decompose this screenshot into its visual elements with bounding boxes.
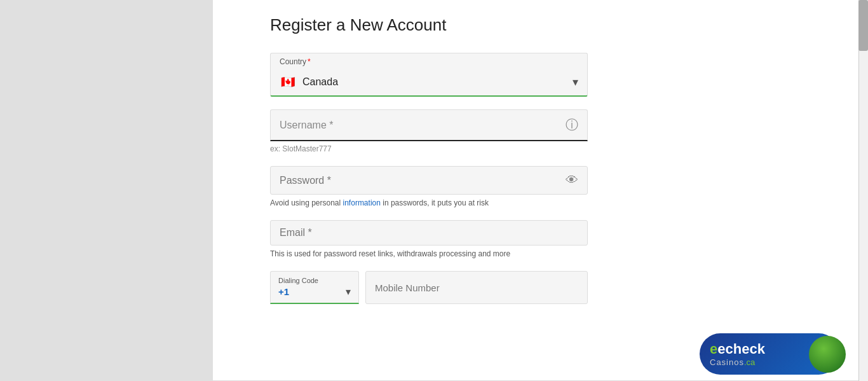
phone-row: Dialing Code +1 ▾: [270, 271, 588, 304]
main-content: Register a New Account Country* 🇨🇦 Canad…: [213, 0, 858, 381]
password-hint: Avoid using personal information in pass…: [270, 198, 588, 207]
echeck-e-part: e: [710, 341, 717, 357]
username-hint: ex: SlotMaster777: [270, 144, 588, 153]
scrollbar-track: [858, 0, 868, 381]
username-input-wrapper: ⓘ: [270, 109, 588, 141]
scrollbar-thumb[interactable]: [858, 0, 868, 51]
password-field-group: 👁 Avoid using personal information in pa…: [270, 166, 588, 207]
password-toggle-icon[interactable]: 👁: [566, 173, 578, 188]
username-input[interactable]: [280, 120, 566, 131]
email-input[interactable]: [280, 227, 578, 239]
password-input[interactable]: [280, 175, 566, 186]
country-select-container: Country* 🇨🇦 Canada ▾: [270, 53, 588, 97]
dialing-code-value: +1: [278, 286, 289, 297]
dialing-code-dropdown[interactable]: Dialing Code +1 ▾: [270, 271, 359, 304]
casinos-text: Casinos: [710, 357, 744, 367]
dialing-code-label: Dialing Code: [278, 277, 351, 284]
mobile-number-input[interactable]: [375, 282, 578, 293]
email-field-group: This is used for password reset links, w…: [270, 220, 588, 258]
country-label: Country*: [280, 57, 578, 66]
email-input-wrapper: [270, 220, 588, 246]
username-field-group: ⓘ ex: SlotMaster777: [270, 109, 588, 153]
canada-flag-icon: 🇨🇦: [280, 76, 296, 88]
page-title: Register a New Account: [270, 15, 833, 35]
password-input-wrapper: 👁: [270, 166, 588, 195]
echeck-ball-icon: [809, 336, 846, 373]
country-value: Canada: [302, 76, 338, 88]
right-panel: [858, 0, 868, 381]
dialing-dropdown-arrow-icon: ▾: [346, 286, 351, 298]
email-hint: This is used for password reset links, w…: [270, 249, 588, 258]
country-dropdown-arrow-icon: ▾: [573, 75, 578, 89]
mobile-input-wrapper: [365, 271, 588, 304]
country-dropdown[interactable]: 🇨🇦 Canada ▾: [270, 69, 588, 97]
echeck-check-part: echeck: [717, 341, 765, 357]
echeck-logo: e echeck Casinos .ca: [700, 333, 839, 375]
left-panel: [0, 0, 213, 381]
registration-form: Country* 🇨🇦 Canada ▾ ⓘ ex: SlotMaster777: [270, 53, 588, 304]
country-field-group: Country* 🇨🇦 Canada ▾: [270, 53, 588, 97]
username-help-icon[interactable]: ⓘ: [566, 116, 578, 134]
casinos-domain: .ca: [744, 357, 755, 367]
